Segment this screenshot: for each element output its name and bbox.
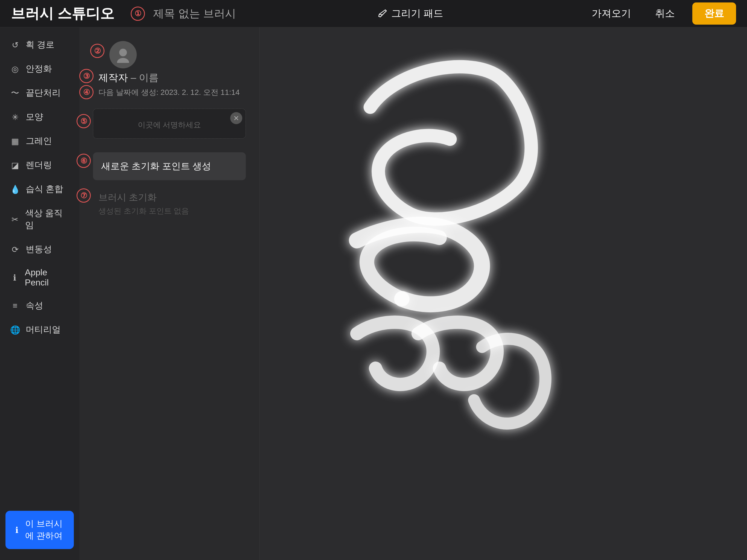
- avatar-icon: [115, 47, 131, 63]
- wet-mix-icon: 💧: [10, 184, 20, 194]
- sidebar-item-grain[interactable]: ▦ 그레인: [0, 129, 79, 153]
- sidebar-label-taper: 끝단처리: [26, 87, 61, 99]
- stabilization-icon: ◎: [10, 64, 20, 74]
- sidebar-item-stabilization[interactable]: ◎ 안정화: [0, 57, 79, 81]
- new-reset-point-button[interactable]: 새로운 초기화 포인트 생성: [93, 152, 246, 180]
- author-label: 제작자: [98, 72, 128, 83]
- rendering-icon: ◪: [10, 160, 20, 170]
- sidebar-label-dynamics: 변동성: [26, 244, 52, 255]
- drawing-pad-button[interactable]: 그리기 패드: [369, 2, 452, 25]
- about-label: 이 브러시에 관하여: [24, 518, 64, 542]
- date-row: ④ 다음 날짜에 생성: 2023. 2. 12. 오전 11:14: [93, 87, 246, 98]
- sidebar-label-material: 머티리얼: [26, 324, 61, 336]
- signature-hint: 이곳에 서명하세요: [99, 114, 240, 133]
- done-button[interactable]: 완료: [692, 2, 736, 25]
- shape-icon: ✳: [10, 112, 20, 122]
- sidebar-label-stabilization: 안정화: [26, 63, 52, 75]
- sidebar-label-grain: 그레인: [26, 135, 52, 147]
- sidebar-label-stroke-path: 획 경로: [26, 39, 54, 51]
- signature-close-button[interactable]: [230, 112, 242, 124]
- sidebar-label-rendering: 렌더링: [26, 159, 52, 171]
- sidebar-label-wet-mix: 습식 혼합: [26, 183, 63, 195]
- sidebar-label-apple-pencil: Apple Pencil: [25, 268, 70, 288]
- sidebar-item-dynamics[interactable]: ⟳ 변동성: [0, 237, 79, 261]
- sidebar-item-material[interactable]: 🌐 머티리얼: [0, 318, 79, 342]
- signature-section[interactable]: 이곳에 서명하세요: [93, 108, 246, 138]
- header-center: 그리기 패드: [236, 2, 585, 25]
- stroke-path-icon: ↺: [10, 40, 20, 50]
- author-row: ③ 제작자 – 이름: [93, 71, 246, 84]
- brush-reset-title: 브러시 초기화: [98, 191, 246, 204]
- brush-stroke-canvas: [260, 27, 747, 560]
- import-button[interactable]: 가져오기: [585, 2, 638, 25]
- drawing-pad-label: 그리기 패드: [391, 7, 443, 20]
- author-name: 이름: [139, 72, 159, 83]
- sidebar-item-color-dynamics[interactable]: ✂ 색상 움직임: [0, 201, 79, 237]
- panel-inner: ② ③ 제작자 – 이름 ④ 다음 날짜에 생성: 2023. 2. 12. 오: [79, 27, 259, 230]
- badge-7: ⑦: [77, 188, 91, 203]
- author-avatar: [109, 41, 137, 68]
- creation-date: 다음 날짜에 생성: 2023. 2. 12. 오전 11:14: [98, 88, 240, 97]
- color-dynamics-icon: ✂: [10, 215, 20, 224]
- sidebar: ↺ 획 경로 ◎ 안정화 〜 끝단처리 ✳ 모양 ▦ 그레인 ◪ 렌더링 💧 습…: [0, 27, 79, 560]
- properties-icon: ≡: [10, 301, 20, 310]
- dynamics-icon: ⟳: [10, 245, 20, 254]
- svg-rect-4: [264, 480, 743, 560]
- badge-5: ⑤: [77, 114, 91, 128]
- sidebar-label-shape: 모양: [26, 111, 43, 123]
- cancel-button[interactable]: 취소: [649, 2, 681, 25]
- sidebar-item-rendering[interactable]: ◪ 렌더링: [0, 153, 79, 177]
- badge-1: ①: [131, 6, 145, 21]
- drawing-pad-icon: [378, 9, 387, 19]
- badge-3: ③: [79, 69, 94, 83]
- reset-point-row: ⑥ 새로운 초기화 포인트 생성: [93, 144, 246, 186]
- main-area: ↺ 획 경로 ◎ 안정화 〜 끝단처리 ✳ 모양 ▦ 그레인 ◪ 렌더링 💧 습…: [0, 27, 747, 560]
- signature-wrapper: ⑤ 이곳에 서명하세요: [93, 108, 246, 138]
- sidebar-item-stroke-path[interactable]: ↺ 획 경로: [0, 33, 79, 57]
- sidebar-item-wet-mix[interactable]: 💧 습식 혼합: [0, 177, 79, 201]
- sidebar-label-properties: 속성: [26, 300, 43, 312]
- brush-reset-row: ⑦ 브러시 초기화 생성된 초기화 포인트 없음: [93, 186, 246, 222]
- sidebar-item-taper[interactable]: 〜 끝단처리: [0, 81, 79, 105]
- sidebar-label-color-dynamics: 색상 움직임: [25, 207, 70, 231]
- sidebar-item-properties[interactable]: ≡ 속성: [0, 294, 79, 318]
- avatar-section: ②: [93, 41, 246, 68]
- canvas-area: [260, 27, 747, 560]
- badge-6: ⑥: [77, 154, 91, 168]
- about-icon: ℹ: [15, 525, 18, 535]
- panel-area: ② ③ 제작자 – 이름 ④ 다음 날짜에 생성: 2023. 2. 12. 오: [79, 27, 260, 560]
- taper-icon: 〜: [10, 87, 20, 99]
- svg-point-0: [119, 49, 127, 56]
- close-icon: [233, 116, 239, 121]
- header-actions: 가져오기 취소 완료: [585, 2, 736, 25]
- material-icon: 🌐: [10, 325, 20, 335]
- about-brush-button[interactable]: ℹ 이 브러시에 관하여: [5, 511, 74, 549]
- sidebar-item-apple-pencil[interactable]: ℹ Apple Pencil: [0, 261, 79, 294]
- brush-name: 제목 없는 브러시: [153, 6, 236, 21]
- brush-reset-sub: 생성된 초기화 포인트 없음: [98, 206, 246, 216]
- grain-icon: ▦: [10, 136, 20, 146]
- header: 브러시 스튜디오 ① 제목 없는 브러시 그리기 패드 가져오기 취소 완료: [0, 0, 747, 27]
- svg-point-1: [117, 58, 129, 63]
- app-title: 브러시 스튜디오: [11, 4, 114, 23]
- badge-2: ②: [90, 44, 104, 58]
- apple-pencil-icon: ℹ: [10, 273, 19, 282]
- sidebar-item-shape[interactable]: ✳ 모양: [0, 105, 79, 129]
- badge-4: ④: [79, 85, 94, 99]
